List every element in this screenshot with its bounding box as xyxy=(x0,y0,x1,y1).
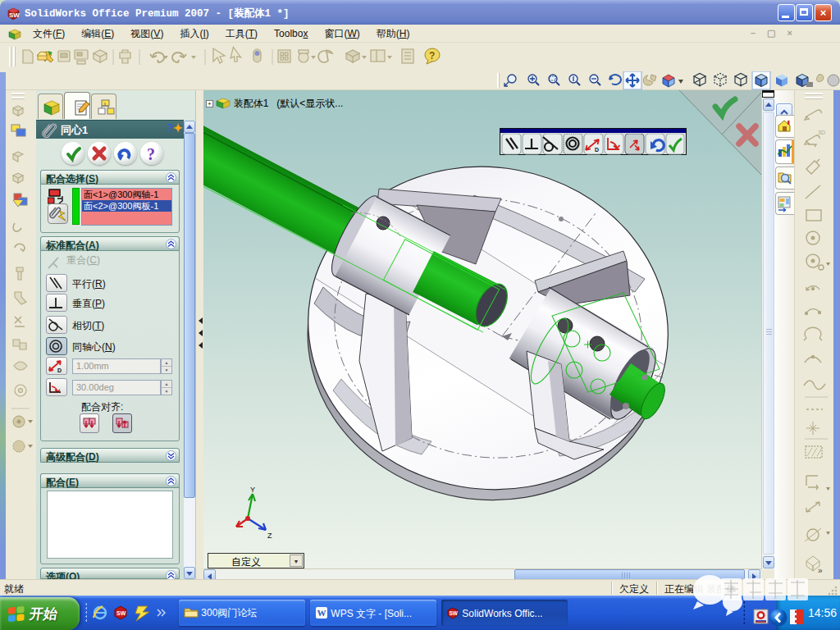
svg-text:3D: 3D xyxy=(818,130,825,135)
svg-text:?: ? xyxy=(429,50,435,62)
svg-text:Y: Y xyxy=(250,486,255,494)
svg-text:Z: Z xyxy=(267,532,272,540)
svg-text:D: D xyxy=(595,147,599,153)
svg-text:SW: SW xyxy=(116,610,126,616)
svg-text:?: ? xyxy=(147,145,155,163)
svg-text:SW: SW xyxy=(450,610,459,616)
svg-text:W: W xyxy=(317,608,326,618)
svg-text:SW: SW xyxy=(9,11,20,19)
svg-text:D: D xyxy=(57,368,62,373)
